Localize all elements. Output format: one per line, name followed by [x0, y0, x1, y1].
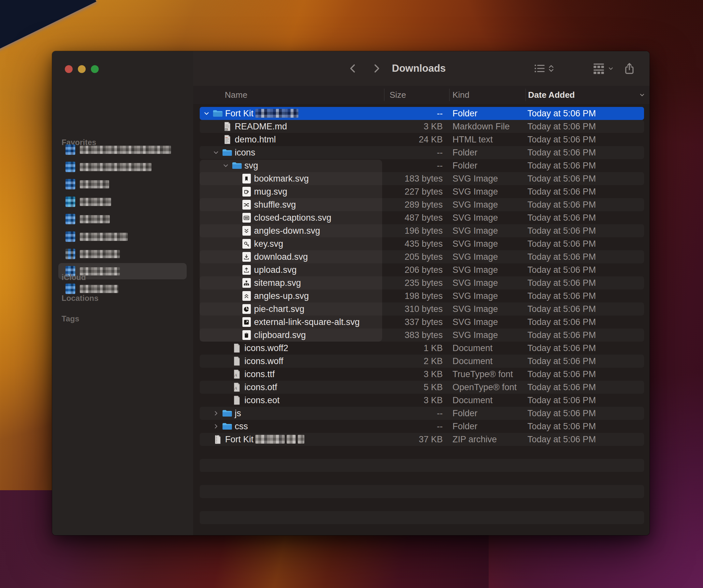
bookmark-svg-file-icon [240, 172, 253, 185]
sort-direction-chevron-icon[interactable] [638, 86, 646, 104]
minimize-button[interactable] [78, 65, 86, 73]
tag-button[interactable] [647, 51, 649, 86]
sidebar-item-favorite-7[interactable] [58, 246, 187, 262]
size-cell: -- [437, 107, 443, 120]
column-header-size[interactable]: Size [390, 86, 406, 104]
name-cell: js [212, 407, 241, 420]
svg-text:A: A [234, 386, 237, 390]
size-cell: 235 bytes [405, 276, 443, 289]
back-button[interactable] [346, 51, 360, 86]
sidebar-item-label-redacted [80, 250, 120, 258]
table-row-angles-down.svg[interactable]: angles-down.svg 196 bytes SVG Image Toda… [193, 224, 649, 237]
size-cell: 37 KB [418, 433, 443, 446]
table-row-shuffle.svg[interactable]: shuffle.svg 289 bytes SVG Image Today at… [193, 198, 649, 211]
table-row-clipboard.svg[interactable]: clipboard.svg 383 bytes SVG Image Today … [193, 328, 649, 342]
html-file-icon [221, 133, 234, 146]
group-view-button[interactable] [590, 51, 608, 86]
sidebar-item-favorite-2[interactable] [58, 159, 187, 175]
kind-cell: TrueType® font [453, 368, 513, 381]
name-cell: external-link-square-alt.svg [231, 315, 360, 328]
column-header-name[interactable]: Name [225, 86, 247, 104]
table-row-key.svg[interactable]: key.svg 435 bytes SVG Image Today at 5:0… [193, 237, 649, 250]
external-link-svg-file-icon [240, 315, 253, 328]
disclosure-spacer [231, 250, 240, 264]
name-cell: key.svg [231, 237, 284, 250]
forward-button[interactable] [369, 51, 383, 86]
group-view-chevron[interactable] [606, 51, 616, 86]
date-added-cell: Today at 5:06 PM [527, 302, 596, 315]
date-added-cell: Today at 5:06 PM [527, 289, 596, 302]
view-list-button[interactable] [531, 51, 548, 86]
sort-order-control[interactable] [546, 51, 557, 86]
disclosure-spacer [221, 355, 230, 368]
table-row-js[interactable]: js -- Folder Today at 5:06 PM [193, 407, 649, 420]
disclosure-triangle-open[interactable] [212, 146, 221, 159]
redacted-folder-icon [66, 179, 75, 190]
size-cell: 24 KB [418, 133, 443, 146]
sidebar-item-favorite-3[interactable] [58, 176, 187, 192]
column-divider[interactable] [526, 89, 526, 101]
disclosure-triangle-closed[interactable] [212, 407, 221, 420]
name-cell: icons.eot [221, 394, 280, 407]
disclosure-triangle-closed[interactable] [212, 420, 221, 433]
closed-captions-svg-file-icon [240, 211, 253, 224]
kind-cell: SVG Image [453, 250, 498, 264]
sidebar-item-favorite-1[interactable] [58, 141, 187, 158]
zoom-button[interactable] [91, 65, 99, 73]
date-added-cell: Today at 5:06 PM [527, 315, 596, 328]
table-row-icons.eot[interactable]: icons.eot 3 KB Document Today at 5:06 PM [193, 394, 649, 407]
date-added-cell: Today at 5:06 PM [527, 276, 596, 289]
date-added-cell: Today at 5:06 PM [527, 355, 596, 368]
disclosure-spacer [231, 211, 240, 224]
file-name: demo.html [235, 135, 276, 145]
close-button[interactable] [65, 65, 73, 73]
table-row-download.svg[interactable]: download.svg 205 bytes SVG Image Today a… [193, 250, 649, 264]
disclosure-triangle-open[interactable] [202, 107, 211, 120]
table-row-icons.woff[interactable]: icons.woff 2 KB Document Today at 5:06 P… [193, 355, 649, 368]
sidebar-item-favorite-4[interactable] [58, 194, 187, 210]
name-cell: clipboard.svg [231, 328, 306, 342]
column-divider[interactable] [449, 89, 450, 101]
table-row-angles-up.svg[interactable]: angles-up.svg 198 bytes SVG Image Today … [193, 289, 649, 302]
table-row-external-link-square-alt.svg[interactable]: external-link-square-alt.svg 337 bytes S… [193, 315, 649, 328]
date-added-cell: Today at 5:06 PM [527, 381, 596, 394]
sidebar-item-favorite-5[interactable] [58, 211, 187, 227]
table-row-fort-kit[interactable]: Fort Kit -- Folder Today at 5:06 PM [193, 107, 649, 120]
kind-cell: Document [453, 342, 492, 355]
column-divider[interactable] [384, 89, 384, 101]
table-row-icons.ttf[interactable]: A icons.ttf 3 KB TrueType® font Today at… [193, 368, 649, 381]
column-header-kind[interactable]: Kind [453, 86, 469, 104]
table-row-closed-captions.svg[interactable]: closed-captions.svg 487 bytes SVG Image … [193, 211, 649, 224]
angles-down-svg-file-icon [240, 224, 253, 237]
share-button[interactable] [621, 51, 638, 86]
table-row-fort-kit[interactable]: Fort Kit 37 KB ZIP archive Today at 5:06… [193, 433, 649, 446]
table-row-sitemap.svg[interactable]: sitemap.svg 235 bytes SVG Image Today at… [193, 276, 649, 289]
column-header-date-added[interactable]: Date Added [528, 86, 575, 104]
name-cell: closed-captions.svg [231, 211, 331, 224]
table-row-bookmark.svg[interactable]: bookmark.svg 183 bytes SVG Image Today a… [193, 172, 649, 185]
file-name: svg [244, 161, 258, 171]
kind-cell: Folder [453, 146, 478, 159]
table-row-icons[interactable]: icons -- Folder Today at 5:06 PM [193, 146, 649, 159]
file-name: icons.eot [244, 395, 280, 406]
kind-cell: Folder [453, 107, 478, 120]
file-name: README.md [235, 122, 287, 132]
disclosure-spacer [231, 264, 240, 276]
file-name: sitemap.svg [254, 278, 301, 288]
table-row-css[interactable]: css -- Folder Today at 5:06 PM [193, 420, 649, 433]
table-row-mug.svg[interactable]: mug.svg 227 bytes SVG Image Today at 5:0… [193, 185, 649, 198]
table-row-upload.svg[interactable]: upload.svg 206 bytes SVG Image Today at … [193, 264, 649, 276]
kind-cell: SVG Image [453, 264, 498, 276]
sidebar-item-favorite-6[interactable] [58, 228, 187, 245]
table-row-demo.html[interactable]: demo.html 24 KB HTML text Today at 5:06 … [193, 133, 649, 146]
date-added-cell: Today at 5:06 PM [527, 107, 596, 120]
table-row-pie-chart.svg[interactable]: pie-chart.svg 310 bytes SVG Image Today … [193, 302, 649, 315]
table-row-svg[interactable]: svg -- Folder Today at 5:06 PM [193, 159, 649, 172]
table-row-icons.woff2[interactable]: icons.woff2 1 KB Document Today at 5:06 … [193, 342, 649, 355]
sidebar-item-label-redacted [80, 233, 128, 241]
disclosure-triangle-open[interactable] [221, 159, 230, 172]
table-row-readme.md[interactable]: MD README.md 3 KB Markdown File Today at… [193, 120, 649, 133]
table-row-icons.otf[interactable]: A icons.otf 5 KB OpenType® font Today at… [193, 381, 649, 394]
redacted-text-block [255, 109, 298, 118]
date-added-cell: Today at 5:06 PM [527, 185, 596, 198]
